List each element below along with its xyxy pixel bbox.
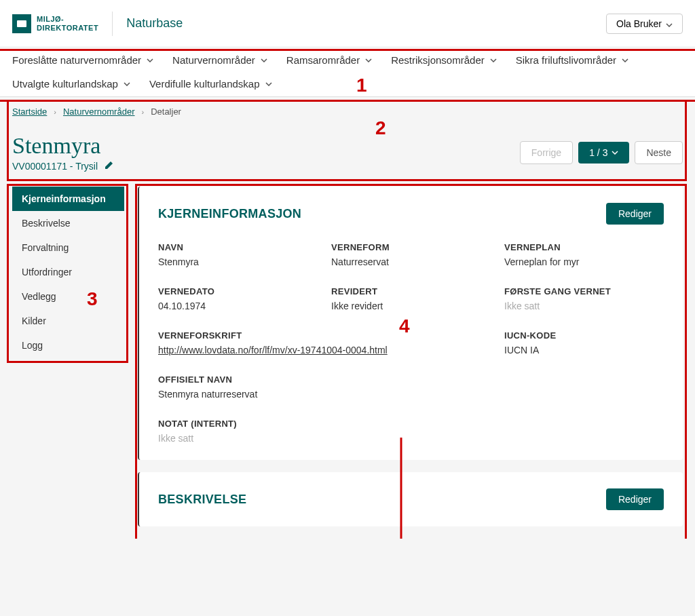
pager: Forrige 1 / 3 Neste (520, 141, 683, 164)
field-label: FØRSTE GANG VERNET (504, 286, 664, 296)
verneforskrift-link[interactable]: http://www.lovdata.no/for/lf/mv/xv-19741… (158, 345, 388, 355)
header-divider (112, 12, 113, 36)
field-label: NOTAT (INTERNT) (158, 419, 664, 429)
field-value: http://www.lovdata.no/for/lf/mv/xv-19741… (158, 345, 491, 355)
field-revidert: REVIDERT Ikke revidert (331, 286, 491, 311)
breadcrumb: Startside › Naturvernområder › Detaljer (12, 107, 683, 117)
logo-text: MILJØ- DIREKTORATET (37, 15, 98, 31)
field-label: NAVN (158, 242, 318, 252)
sidebar-item-forvaltning[interactable]: Forvaltning (12, 235, 124, 260)
field-verneforskrift: VERNEFORSKRIFT http://www.lovdata.no/for… (158, 330, 491, 355)
sidebar-item-kjerneinformasjon[interactable]: Kjerneinformasjon (12, 187, 124, 211)
field-label: REVIDERT (331, 286, 491, 296)
edit-button[interactable]: Rediger (606, 203, 664, 225)
chevron-down-icon (666, 18, 673, 29)
breadcrumb-current: Detaljer (151, 107, 181, 117)
field-value: 04.10.1974 (158, 301, 318, 311)
app-name: Naturbase (126, 16, 183, 31)
logo-line2: DIREKTORATET (37, 24, 98, 32)
sidebar-item-beskrivelse[interactable]: Beskrivelse (12, 211, 124, 235)
nav-label: Foreslåtte naturvernområder (12, 54, 141, 66)
field-notat: NOTAT (INTERNT) Ikke satt (158, 419, 664, 444)
user-menu-button[interactable]: Ola Bruker (606, 14, 683, 34)
edit-icon[interactable] (105, 160, 114, 172)
field-value: Stenmyra naturreservat (158, 389, 664, 400)
field-label: VERNEFORSKRIFT (158, 330, 491, 341)
main-row: 3 Kjerneinformasjon Beskrivelse Forvaltn… (12, 187, 683, 539)
nav-item-sikra[interactable]: Sikra friluftslivområder (516, 54, 628, 66)
field-value: Stenmyra (158, 256, 318, 267)
title-left: Stenmyra VV00001171 - Trysil (12, 133, 114, 172)
field-value: Naturreservat (331, 256, 491, 267)
nav-label: Sikra friluftslivområder (516, 54, 616, 66)
nav-item-verdifulle[interactable]: Verdifulle kulturlandskap (149, 78, 272, 90)
panel-title: KJERNEINFORMASJON (158, 207, 301, 221)
nav-label: Naturvernområder (172, 54, 255, 66)
field-value: Verneplan for myr (504, 256, 664, 267)
field-label: VERNEDATO (158, 286, 318, 296)
header: MILJØ- DIREKTORATET Naturbase Ola Bruker (0, 0, 695, 47)
field-verneform: VERNEFORM Naturreservat (331, 242, 491, 267)
breadcrumb-sep: › (141, 108, 144, 116)
logo-icon (12, 14, 31, 33)
pager-count-button[interactable]: 1 / 3 (578, 142, 629, 163)
user-label: Ola Bruker (616, 18, 662, 29)
nav-item-utvalgte[interactable]: Utvalgte kulturlandskap (12, 78, 130, 90)
field-value: Ikke satt (504, 301, 664, 311)
header-left: MILJØ- DIREKTORATET Naturbase (12, 12, 183, 36)
nav-label: Ramsarområder (286, 54, 360, 66)
nav-item-foreslatte[interactable]: Foreslåtte naturvernområder (12, 54, 153, 66)
panel-title: BESKRIVELSE (158, 493, 246, 507)
chevron-down-icon (124, 82, 130, 86)
panel-wrap: 4 KJERNEINFORMASJON Rediger NAVN Stenmyr… (138, 187, 683, 539)
field-value: IUCN IA (504, 345, 664, 355)
chevron-down-icon (622, 58, 628, 62)
field-label: OFFISIELT NAVN (158, 374, 664, 385)
logo[interactable]: MILJØ- DIREKTORATET (12, 14, 98, 33)
content-area: 2 Startside › Naturvernområder › Detalje… (0, 97, 695, 539)
panel-head: BESKRIVELSE Rediger (158, 488, 664, 510)
nav-label: Restriksjonsområder (391, 54, 485, 66)
nav-item-naturvern[interactable]: Naturvernområder (172, 54, 267, 66)
field-label: VERNEFORM (331, 242, 491, 252)
nav-row: Foreslåtte naturvernområder Naturvernomr… (12, 54, 683, 90)
edit-button[interactable]: Rediger (606, 488, 664, 510)
nav-item-restriksjon[interactable]: Restriksjonsområder (391, 54, 497, 66)
nav-label: Utvalgte kulturlandskap (12, 78, 118, 90)
page-subtitle: VV00001171 - Trysil (12, 161, 98, 172)
chevron-down-icon (265, 82, 272, 86)
panel-kjerneinformasjon: KJERNEINFORMASJON Rediger NAVN Stenmyra … (138, 187, 683, 460)
logo-line1: MILJØ- (37, 15, 98, 23)
field-label: IUCN-KODE (504, 330, 664, 341)
pager-prev-button[interactable]: Forrige (520, 141, 573, 164)
chevron-down-icon (490, 58, 497, 62)
sidebar-item-utfordringer[interactable]: Utfordringer (12, 260, 124, 284)
breadcrumb-section[interactable]: Naturvernområder (63, 107, 135, 117)
nav-item-ramsar[interactable]: Ramsarområder (286, 54, 372, 66)
pager-count-label: 1 / 3 (589, 147, 607, 158)
sidebar-item-logg[interactable]: Logg (12, 333, 124, 358)
field-iucn: IUCN-KODE IUCN IA (504, 330, 664, 355)
nav-bar: Foreslåtte naturvernområder Naturvernomr… (0, 47, 695, 97)
nav-label: Verdifulle kulturlandskap (149, 78, 260, 90)
sidebar-item-kilder[interactable]: Kilder (12, 309, 124, 333)
field-verneplan: VERNEPLAN Verneplan for myr (504, 242, 664, 267)
chevron-down-icon (147, 58, 153, 62)
field-navn: NAVN Stenmyra (158, 242, 318, 267)
chevron-down-icon (261, 58, 267, 62)
breadcrumb-home[interactable]: Startside (12, 107, 47, 117)
chevron-down-icon (612, 151, 618, 155)
field-value: Ikke satt (158, 433, 664, 444)
field-offisielt: OFFISIELT NAVN Stenmyra naturreservat (158, 374, 664, 400)
breadcrumb-sep: › (54, 108, 56, 116)
field-forste: FØRSTE GANG VERNET Ikke satt (504, 286, 664, 311)
panel-head: KJERNEINFORMASJON Rediger (158, 203, 664, 225)
field-value: Ikke revidert (331, 301, 491, 311)
pager-next-button[interactable]: Neste (635, 141, 683, 164)
sidebar: 3 Kjerneinformasjon Beskrivelse Forvaltn… (12, 187, 124, 358)
subtitle-row: VV00001171 - Trysil (12, 160, 114, 172)
field-vernedato: VERNEDATO 04.10.1974 (158, 286, 318, 311)
page-title: Stenmyra (12, 133, 114, 159)
sidebar-item-vedlegg[interactable]: Vedlegg (12, 284, 124, 309)
field-grid: NAVN Stenmyra VERNEFORM Naturreservat VE… (158, 242, 664, 444)
